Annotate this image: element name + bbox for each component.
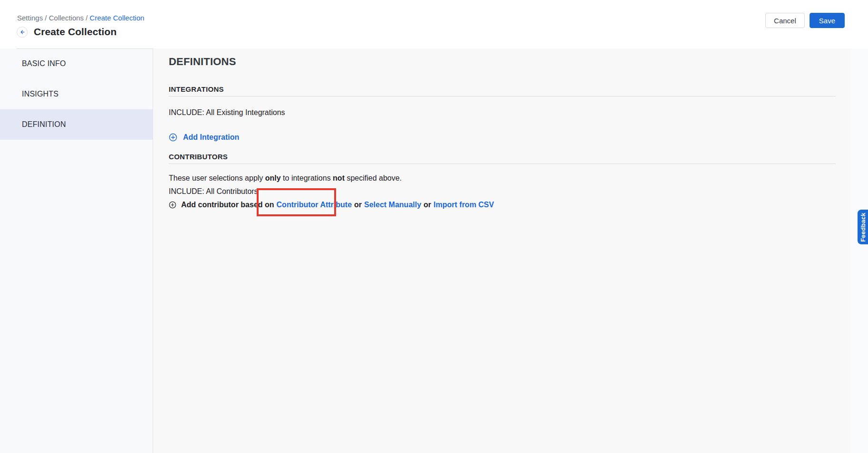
section-title: DEFINITIONS xyxy=(169,56,836,68)
sidebar-item-insights[interactable]: INSIGHTS xyxy=(0,79,153,109)
or-text: or xyxy=(424,198,431,212)
add-contributor-row: Add contributor based on Contributor Att… xyxy=(169,198,836,212)
contributors-note: These user selections apply only to inte… xyxy=(169,172,836,185)
contributor-attribute-link[interactable]: Contributor Attribute xyxy=(277,198,352,212)
sidebar: BASIC INFO INSIGHTS DEFINITION xyxy=(0,48,153,453)
note-text: to integrations xyxy=(281,174,333,182)
integrations-divider xyxy=(169,96,836,96)
sidebar-item-basic-info[interactable]: BASIC INFO xyxy=(0,48,153,79)
contributors-block: These user selections apply only to inte… xyxy=(169,172,836,212)
contributors-include-text: INCLUDE: All Contributors xyxy=(169,185,836,198)
plus-circle-icon xyxy=(169,133,177,142)
select-manually-link[interactable]: Select Manually xyxy=(364,198,421,212)
page-right-margin xyxy=(851,48,868,453)
body-row: BASIC INFO INSIGHTS DEFINITION DEFINITIO… xyxy=(0,48,868,453)
integrations-include-text: INCLUDE: All Existing Integrations xyxy=(169,106,836,119)
breadcrumb-path[interactable]: Settings / Collections / xyxy=(17,14,87,22)
integrations-label: INTEGRATIONS xyxy=(169,85,836,94)
feedback-tab[interactable]: Feedback xyxy=(858,210,868,244)
note-text: These user selections apply xyxy=(169,174,265,182)
cancel-button[interactable]: Cancel xyxy=(765,13,805,28)
save-button[interactable]: Save xyxy=(810,13,845,28)
header-actions: Cancel Save xyxy=(765,13,845,28)
breadcrumb: Settings / Collections / Create Collecti… xyxy=(17,14,145,22)
arrow-left-icon xyxy=(19,29,25,35)
page-header: Settings / Collections / Create Collecti… xyxy=(0,0,868,48)
back-button[interactable] xyxy=(17,27,28,38)
contributors-label: CONTRIBUTORS xyxy=(169,153,836,161)
note-text: specified above. xyxy=(345,174,402,182)
title-row: Create Collection xyxy=(17,26,116,38)
add-integration-row[interactable]: Add Integration xyxy=(169,131,836,144)
note-bold-not: not xyxy=(333,174,345,182)
contributors-divider xyxy=(169,164,836,164)
import-from-csv-link[interactable]: Import from CSV xyxy=(434,198,494,212)
note-bold-only: only xyxy=(265,174,281,182)
breadcrumb-current[interactable]: Create Collection xyxy=(90,14,145,22)
add-contributor-prefix: Add contributor based on xyxy=(181,198,274,212)
plus-circle-icon xyxy=(169,201,176,209)
feedback-tab-label: Feedback xyxy=(859,212,867,242)
add-integration-link[interactable]: Add Integration xyxy=(183,133,239,142)
sidebar-item-definition[interactable]: DEFINITION xyxy=(0,109,153,140)
main-content: DEFINITIONS INTEGRATIONS INCLUDE: All Ex… xyxy=(153,48,851,453)
or-text: or xyxy=(354,198,362,212)
page-title: Create Collection xyxy=(34,26,116,38)
